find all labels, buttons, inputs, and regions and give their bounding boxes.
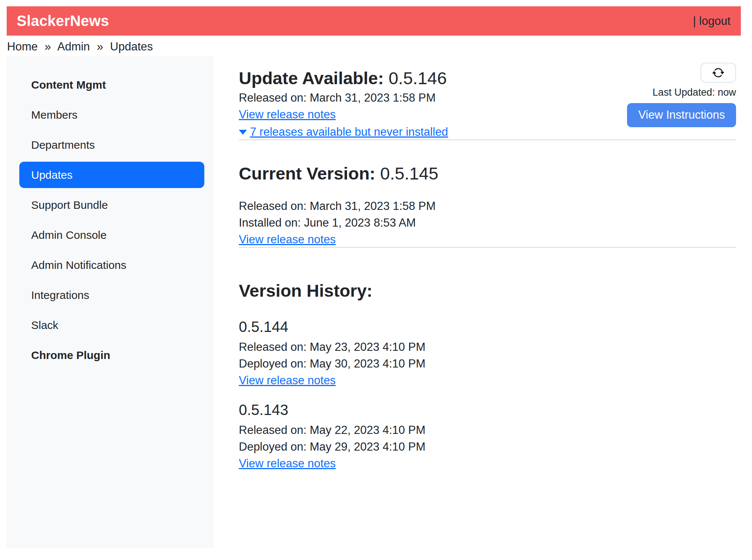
history-version-number: 0.5.144 <box>239 317 736 336</box>
sidebar-item-support-bundle[interactable]: Support Bundle <box>19 192 204 218</box>
view-instructions-button[interactable]: View Instructions <box>627 103 736 127</box>
current-installed-on: Installed on: June 1, 2023 8:53 AM <box>239 215 736 230</box>
history-deployed-on: Deployed on: May 30, 2023 4:10 PM <box>239 356 736 371</box>
version-history-heading: Version History: <box>239 280 736 301</box>
caret-down-icon <box>239 130 247 135</box>
releases-toggle-link[interactable]: 7 releases available but never installed <box>250 125 448 139</box>
version-history-entry: 0.5.144 Released on: May 23, 2023 4:10 P… <box>239 317 736 388</box>
history-version-number: 0.5.143 <box>239 401 736 419</box>
releases-toggle[interactable]: 7 releases available but never installed <box>239 125 448 139</box>
breadcrumb-admin[interactable]: Admin <box>57 40 90 53</box>
page: SlackerNews | logout Home » Admin » Upda… <box>0 6 752 560</box>
app-title[interactable]: SlackerNews <box>17 13 109 29</box>
sidebar-item-departments[interactable]: Departments <box>19 132 204 158</box>
divider <box>239 247 736 248</box>
history-release-notes-link[interactable]: View release notes <box>239 373 336 388</box>
update-available-label: Update Available: <box>239 68 384 88</box>
update-release-notes-link[interactable]: View release notes <box>239 107 336 122</box>
history-deployed-on: Deployed on: May 29, 2023 4:10 PM <box>239 439 736 454</box>
breadcrumb-separator: » <box>44 40 51 53</box>
update-available-section: Update Available: 0.5.146 Released on: M… <box>239 56 736 139</box>
version-history-entry: 0.5.143 Released on: May 22, 2023 4:10 P… <box>239 401 736 471</box>
version-history-section: Version History: 0.5.144 Released on: Ma… <box>239 280 736 471</box>
update-available-heading: Update Available: 0.5.146 <box>239 68 448 89</box>
main-content: Update Available: 0.5.146 Released on: M… <box>214 56 741 471</box>
sidebar-item-admin-notifications[interactable]: Admin Notifications <box>19 252 204 278</box>
breadcrumb-separator: » <box>97 40 103 53</box>
logout-link[interactable]: | logout <box>693 14 730 28</box>
update-released-on: Released on: March 31, 2023 1:58 PM <box>239 90 448 105</box>
breadcrumb-home[interactable]: Home <box>7 40 38 53</box>
content-row: Content Mgmt Members Departments Updates… <box>7 56 741 548</box>
refresh-button[interactable] <box>700 63 736 83</box>
update-available-info: Update Available: 0.5.146 Released on: M… <box>239 56 448 139</box>
update-available-version: 0.5.146 <box>389 68 447 88</box>
sidebar-item-members[interactable]: Members <box>19 102 204 128</box>
history-released-on: Released on: May 22, 2023 4:10 PM <box>239 423 736 438</box>
current-version-section: Current Version: 0.5.145 Released on: Ma… <box>239 163 736 247</box>
sidebar-item-chrome-plugin[interactable]: Chrome Plugin <box>19 342 204 368</box>
last-updated-text: Last Updated: now <box>653 87 736 98</box>
history-released-on: Released on: May 23, 2023 4:10 PM <box>239 340 736 355</box>
history-release-notes-link[interactable]: View release notes <box>239 456 336 471</box>
sidebar-item-content-mgmt[interactable]: Content Mgmt <box>19 72 204 98</box>
current-version-heading: Current Version: 0.5.145 <box>239 163 736 184</box>
breadcrumb-updates: Updates <box>110 40 153 53</box>
divider <box>239 139 736 140</box>
breadcrumb: Home » Admin » Updates <box>7 40 741 53</box>
app-header: SlackerNews | logout <box>7 6 741 36</box>
sidebar: Content Mgmt Members Departments Updates… <box>7 56 214 548</box>
sidebar-item-integrations[interactable]: Integrations <box>19 282 204 308</box>
current-version-number: 0.5.145 <box>380 164 438 183</box>
sidebar-item-updates[interactable]: Updates <box>19 162 204 188</box>
arrow-repeat-icon <box>712 67 724 79</box>
current-release-notes-link[interactable]: View release notes <box>239 232 336 247</box>
current-released-on: Released on: March 31, 2023 1:58 PM <box>239 199 736 214</box>
sidebar-item-slack[interactable]: Slack <box>19 312 204 338</box>
current-version-label: Current Version: <box>239 164 375 183</box>
status-panel: Last Updated: now View Instructions <box>627 63 736 127</box>
sidebar-item-admin-console[interactable]: Admin Console <box>19 222 204 248</box>
